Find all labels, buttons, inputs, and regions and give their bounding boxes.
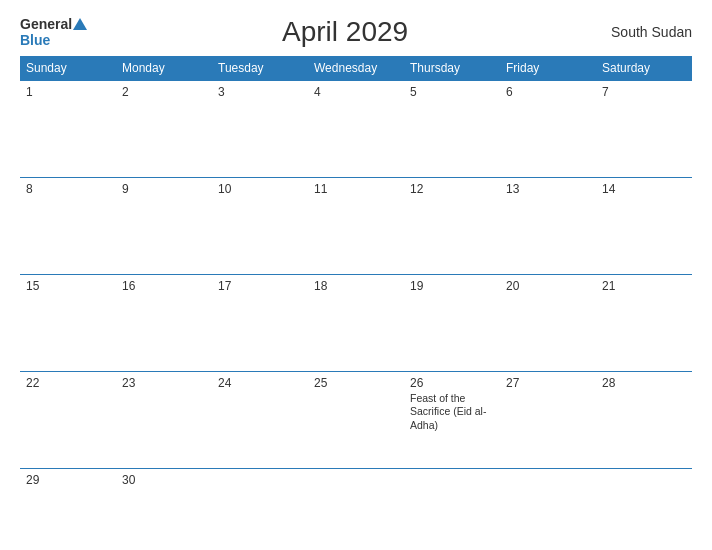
calendar-cell: 10 [212,177,308,274]
calendar-page: General Blue April 2029 South Sudan Sund… [0,0,712,550]
calendar-cell: 15 [20,274,116,371]
day-number: 26 [410,376,494,390]
calendar-cell: 27 [500,371,596,468]
calendar-cell: 18 [308,274,404,371]
day-number: 17 [218,279,302,293]
calendar-cell: 28 [596,371,692,468]
week-row: 2223242526Feast of the Sacrifice (Eid al… [20,371,692,468]
day-number: 12 [410,182,494,196]
day-number: 14 [602,182,686,196]
calendar-cell: 9 [116,177,212,274]
day-number: 4 [314,85,398,99]
calendar-cell [308,468,404,538]
calendar-cell: 7 [596,81,692,178]
logo-general-text: General [20,16,72,32]
week-row: 15161718192021 [20,274,692,371]
day-number: 3 [218,85,302,99]
calendar-cell: 2 [116,81,212,178]
logo-container: General Blue [20,16,88,48]
day-number: 11 [314,182,398,196]
header-monday: Monday [116,56,212,81]
calendar-cell: 23 [116,371,212,468]
calendar-cell: 6 [500,81,596,178]
calendar-cell: 12 [404,177,500,274]
day-number: 27 [506,376,590,390]
day-number: 16 [122,279,206,293]
calendar-cell: 25 [308,371,404,468]
calendar-cell [596,468,692,538]
header-saturday: Saturday [596,56,692,81]
calendar-cell: 22 [20,371,116,468]
calendar-cell: 26Feast of the Sacrifice (Eid al-Adha) [404,371,500,468]
week-row: 891011121314 [20,177,692,274]
day-number: 19 [410,279,494,293]
day-number: 2 [122,85,206,99]
header-sunday: Sunday [20,56,116,81]
calendar-cell: 20 [500,274,596,371]
calendar-cell: 11 [308,177,404,274]
day-number: 18 [314,279,398,293]
day-number: 21 [602,279,686,293]
days-header-row: Sunday Monday Tuesday Wednesday Thursday… [20,56,692,81]
country-name: South Sudan [602,24,692,40]
day-number: 22 [26,376,110,390]
day-number: 30 [122,473,206,487]
calendar-cell: 16 [116,274,212,371]
calendar-cell: 30 [116,468,212,538]
calendar-cell: 29 [20,468,116,538]
day-number: 5 [410,85,494,99]
calendar-cell: 19 [404,274,500,371]
day-number: 10 [218,182,302,196]
calendar-body: 1234567891011121314151617181920212223242… [20,81,692,539]
calendar-cell: 8 [20,177,116,274]
logo: General [20,16,88,32]
calendar-cell [500,468,596,538]
logo-triangle-icon [73,18,87,30]
calendar-table: Sunday Monday Tuesday Wednesday Thursday… [20,56,692,538]
header-thursday: Thursday [404,56,500,81]
calendar-title: April 2029 [88,16,602,48]
header-wednesday: Wednesday [308,56,404,81]
day-number: 7 [602,85,686,99]
calendar-cell: 3 [212,81,308,178]
calendar-cell [404,468,500,538]
day-number: 29 [26,473,110,487]
calendar-cell: 17 [212,274,308,371]
event-text: Feast of the Sacrifice (Eid al-Adha) [410,392,494,433]
calendar-cell: 1 [20,81,116,178]
week-row: 2930 [20,468,692,538]
day-number: 9 [122,182,206,196]
calendar-cell: 13 [500,177,596,274]
header: General Blue April 2029 South Sudan [20,16,692,48]
header-friday: Friday [500,56,596,81]
calendar-cell: 5 [404,81,500,178]
calendar-cell: 21 [596,274,692,371]
calendar-cell: 24 [212,371,308,468]
logo-blue-text: Blue [20,32,50,48]
day-number: 28 [602,376,686,390]
header-tuesday: Tuesday [212,56,308,81]
calendar-cell [212,468,308,538]
day-number: 25 [314,376,398,390]
day-number: 6 [506,85,590,99]
day-number: 23 [122,376,206,390]
day-number: 1 [26,85,110,99]
week-row: 1234567 [20,81,692,178]
day-number: 20 [506,279,590,293]
day-number: 13 [506,182,590,196]
calendar-cell: 4 [308,81,404,178]
day-number: 8 [26,182,110,196]
calendar-cell: 14 [596,177,692,274]
day-number: 24 [218,376,302,390]
day-number: 15 [26,279,110,293]
